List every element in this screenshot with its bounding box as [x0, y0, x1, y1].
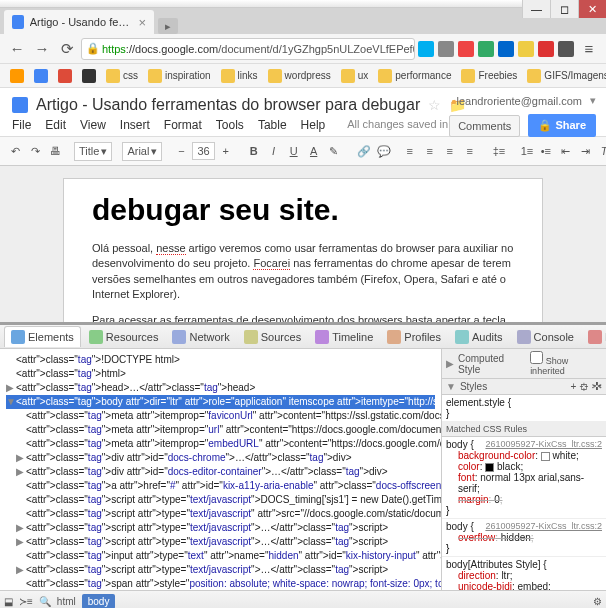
redo-button[interactable]: ↷ — [26, 142, 44, 161]
ext-icon-6[interactable] — [518, 41, 534, 57]
doc-paragraph[interactable]: Para acessar as ferramentas de desenvolv… — [92, 313, 514, 322]
doc-paper[interactable]: debugar seu site. Olá pessoal, nesse art… — [63, 178, 543, 322]
bookmark-folder[interactable]: Freebies — [457, 67, 521, 85]
dock-button[interactable]: ⬓ — [4, 596, 13, 607]
bookmark-folder[interactable]: inspiration — [144, 67, 215, 85]
url-text: https://docs.google.com/document/d/1yGZh… — [102, 43, 415, 55]
tab-console[interactable]: Console — [511, 327, 580, 347]
bookmark-folder[interactable]: wordpress — [264, 67, 335, 85]
show-inherited-checkbox[interactable] — [530, 351, 543, 364]
ext-icon-3[interactable] — [458, 41, 474, 57]
forward-button[interactable]: → — [31, 38, 53, 60]
line-spacing-button[interactable]: ‡≡ — [489, 142, 507, 160]
menu-table[interactable]: Table — [258, 118, 287, 132]
align-center-button[interactable]: ≡ — [421, 142, 439, 160]
bookmark-folder[interactable]: performance — [374, 67, 455, 85]
align-right-button[interactable]: ≡ — [441, 142, 459, 160]
new-tab-button[interactable]: ▸ — [158, 18, 178, 34]
menu-insert[interactable]: Insert — [120, 118, 150, 132]
font-size-input[interactable]: 36 — [192, 142, 214, 160]
bookmark-folder[interactable]: css — [102, 67, 142, 85]
maximize-button[interactable]: ◻ — [550, 0, 578, 18]
style-select[interactable]: Title ▾ — [74, 142, 112, 161]
minimize-button[interactable]: — — [522, 0, 550, 18]
menu-tools[interactable]: Tools — [216, 118, 244, 132]
reload-button[interactable]: ⟳ — [56, 38, 78, 60]
ext-icon-5[interactable] — [498, 41, 514, 57]
bookmark-folder[interactable]: links — [217, 67, 262, 85]
ext-icon-7[interactable] — [538, 41, 554, 57]
console-toggle[interactable]: ≻≡ — [19, 596, 33, 607]
list-bullet-button[interactable]: •≡ — [537, 142, 555, 160]
bookmark-folder[interactable]: ux — [337, 67, 373, 85]
bookmark-folder[interactable]: GIFS/Imagens — [523, 67, 606, 85]
bold-button[interactable]: B — [245, 142, 263, 160]
tab-sources[interactable]: Sources — [238, 327, 307, 347]
tab-pagespeed[interactable]: PageSpeed — [582, 327, 606, 347]
tab-elements[interactable]: Elements — [4, 326, 81, 347]
ext-icon-8[interactable] — [558, 41, 574, 57]
tab-audits[interactable]: Audits — [449, 327, 509, 347]
tab-timeline[interactable]: Timeline — [309, 327, 379, 347]
tab-resources[interactable]: Resources — [83, 327, 165, 347]
bookmark-item[interactable] — [30, 67, 52, 85]
menu-button[interactable]: ≡ — [578, 38, 600, 60]
doc-heading[interactable]: debugar seu site. — [92, 193, 514, 227]
print-button[interactable]: 🖶 — [46, 142, 64, 160]
list-number-button[interactable]: 1≡ — [517, 142, 535, 160]
menu-view[interactable]: View — [80, 118, 106, 132]
styles-header[interactable]: ▼Styles+ ⯐ ✲ — [442, 379, 606, 395]
undo-button[interactable]: ↶ — [6, 142, 24, 161]
tab-active[interactable]: Artigo - Usando ferramen × — [4, 10, 154, 34]
crumb-html[interactable]: html — [57, 596, 76, 607]
sources-icon — [244, 330, 258, 344]
font-select[interactable]: Arial ▾ — [122, 142, 162, 161]
inspect-button[interactable]: 🔍 — [39, 596, 51, 607]
close-button[interactable]: ✕ — [578, 0, 606, 18]
ext-icon-2[interactable] — [438, 41, 454, 57]
underline-button[interactable]: U — [285, 142, 303, 160]
back-button[interactable]: ← — [6, 38, 28, 60]
ext-icon-4[interactable] — [478, 41, 494, 57]
tab-title: Artigo - Usando ferramen — [30, 16, 133, 28]
settings-button[interactable]: ⚙ — [593, 596, 602, 607]
link-button[interactable]: 🔗 — [353, 142, 371, 161]
doc-canvas: debugar seu site. Olá pessoal, nesse art… — [0, 166, 606, 322]
clear-format-button[interactable]: T× — [597, 142, 606, 160]
elements-tree[interactable]: <attr">class="tag">!DOCTYPE html><attr">… — [0, 349, 441, 590]
bookmark-icon — [82, 69, 96, 83]
menu-help[interactable]: Help — [301, 118, 326, 132]
menu-edit[interactable]: Edit — [45, 118, 66, 132]
align-justify-button[interactable]: ≡ — [461, 142, 479, 160]
comments-button[interactable]: Comments — [449, 115, 520, 137]
tab-profiles[interactable]: Profiles — [381, 327, 447, 347]
indent-dec-button[interactable]: ⇤ — [557, 142, 575, 161]
doc-paragraph[interactable]: Olá pessoal, nesse artigo veremos como u… — [92, 241, 514, 303]
share-button[interactable]: 🔒 Share — [528, 114, 596, 137]
user-email[interactable]: leandroriente@gmail.com — [456, 95, 582, 107]
menu-format[interactable]: Format — [164, 118, 202, 132]
bookmark-item[interactable] — [54, 67, 76, 85]
bookmark-item[interactable] — [6, 67, 28, 85]
audits-icon — [455, 330, 469, 344]
tab-network[interactable]: Network — [166, 327, 235, 347]
url-input[interactable]: 🔒 https://docs.google.com/document/d/1yG… — [81, 38, 415, 60]
bookmark-item[interactable] — [78, 67, 100, 85]
align-left-button[interactable]: ≡ — [401, 142, 419, 160]
crumb-body[interactable]: body — [82, 594, 116, 608]
chevron-down-icon[interactable]: ▾ — [590, 94, 596, 107]
tab-close-icon[interactable]: × — [138, 15, 146, 30]
highlight-button[interactable]: ✎ — [325, 142, 343, 161]
font-size-inc[interactable]: + — [217, 142, 235, 160]
doc-title[interactable]: Artigo - Usando ferramentas do browser p… — [36, 96, 420, 114]
text-color-button[interactable]: A — [305, 142, 323, 160]
font-size-dec[interactable]: − — [172, 142, 190, 160]
menu-file[interactable]: File — [12, 118, 31, 132]
ext-skype-icon[interactable] — [418, 41, 434, 57]
comment-button[interactable]: 💬 — [373, 142, 391, 161]
computed-header[interactable]: ▶Computed Style Show inherited — [442, 349, 606, 379]
indent-inc-button[interactable]: ⇥ — [577, 142, 595, 161]
styles-pane[interactable]: ▶Computed Style Show inherited ▼Styles+ … — [441, 349, 606, 590]
star-icon[interactable]: ☆ — [428, 97, 441, 113]
italic-button[interactable]: I — [265, 142, 283, 160]
